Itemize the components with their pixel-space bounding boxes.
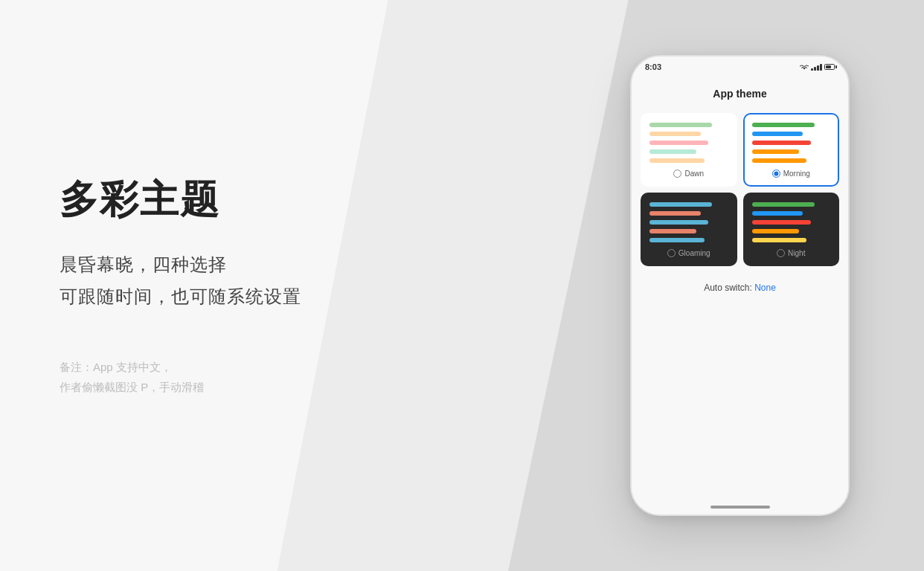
theme-card-gloaming[interactable]: Gloaming	[641, 193, 737, 266]
signal-bars-icon	[811, 64, 822, 71]
dawn-bar-4	[649, 149, 696, 154]
gloaming-bar-1	[649, 202, 712, 207]
dawn-bar-2	[649, 132, 701, 136]
note-line1: 备注：App 支持中文，	[60, 357, 402, 377]
theme-card-morning[interactable]: Morning	[743, 113, 840, 187]
note-text: 备注：App 支持中文， 作者偷懒截图没 P，手动滑稽	[60, 357, 402, 397]
night-bar-1	[752, 202, 815, 207]
morning-radio[interactable]	[772, 170, 780, 178]
status-time: 8:03	[645, 62, 661, 71]
morning-label: Morning	[783, 170, 810, 178]
dawn-bar-1	[649, 123, 712, 127]
morning-bar-2	[752, 132, 803, 136]
night-label: Night	[788, 249, 805, 257]
morning-bar-1	[752, 123, 815, 127]
phone-mockup: 8:03	[630, 55, 850, 516]
night-bar-2	[752, 211, 803, 216]
phone-container: 8:03	[630, 55, 850, 516]
night-bar-5	[752, 238, 807, 242]
theme-card-dawn[interactable]: Dawn	[641, 113, 737, 187]
auto-switch-row: Auto switch: None	[632, 278, 848, 297]
night-bar-4	[752, 229, 799, 233]
phone-screen: 8:03	[632, 57, 848, 514]
status-icons	[800, 64, 835, 71]
dawn-bar-5	[649, 158, 705, 163]
subtitle-line2: 可跟随时间，也可随系统设置	[60, 280, 402, 312]
morning-bar-5	[752, 158, 807, 163]
auto-switch-label: Auto switch:	[704, 283, 752, 293]
theme-grid: Dawn Morning	[632, 107, 848, 272]
main-title: 多彩主题	[60, 174, 402, 226]
subtitle-line1: 晨昏幕晓，四种选择	[60, 248, 402, 280]
night-label-row: Night	[752, 249, 831, 257]
auto-switch-value[interactable]: None	[754, 283, 776, 293]
gloaming-label-row: Gloaming	[649, 249, 728, 257]
gloaming-bar-2	[649, 211, 701, 216]
theme-card-night[interactable]: Night	[743, 193, 840, 266]
subtitle: 晨昏幕晓，四种选择 可跟随时间，也可随系统设置	[60, 248, 402, 312]
left-content-panel: 多彩主题 晨昏幕晓，四种选择 可跟随时间，也可随系统设置 备注：App 支持中文…	[0, 0, 461, 571]
phone-bottom-bar	[710, 506, 770, 509]
gloaming-bar-5	[649, 238, 705, 242]
dawn-bar-3	[649, 141, 708, 145]
morning-label-row: Morning	[752, 170, 831, 178]
wifi-icon	[800, 64, 809, 71]
dawn-radio[interactable]	[673, 170, 681, 178]
night-bar-3	[752, 220, 811, 225]
gloaming-bar-3	[649, 220, 708, 225]
morning-bar-3	[752, 141, 811, 145]
gloaming-bar-4	[649, 229, 696, 233]
dawn-label: Dawn	[684, 170, 704, 178]
note-line2: 作者偷懒截图没 P，手动滑稽	[60, 377, 402, 397]
night-radio[interactable]	[777, 249, 785, 257]
status-bar: 8:03	[632, 57, 848, 77]
dawn-label-row: Dawn	[649, 170, 728, 178]
gloaming-label: Gloaming	[678, 249, 710, 257]
battery-icon	[824, 64, 835, 70]
morning-bar-4	[752, 149, 799, 154]
app-theme-title: App theme	[632, 77, 848, 107]
gloaming-radio[interactable]	[667, 249, 676, 257]
